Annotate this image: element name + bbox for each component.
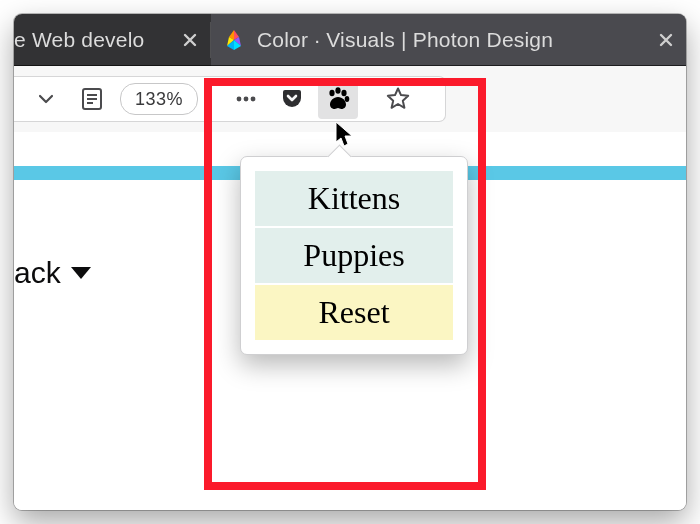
toolbar: 133% [14, 66, 686, 133]
tab-photon-color[interactable]: Color · Visuals | Photon Design [211, 14, 686, 66]
close-icon[interactable] [182, 32, 198, 48]
svg-point-12 [251, 97, 256, 102]
popup-button-reset[interactable]: Reset [254, 284, 454, 341]
tab-strip: e Web develo Color · Visuals | Photon De… [14, 14, 686, 66]
tab-label: Color · Visuals | Photon Design [257, 28, 553, 52]
photon-favicon [223, 29, 245, 51]
svg-point-14 [335, 87, 340, 93]
svg-point-10 [237, 97, 242, 102]
pocket-icon[interactable] [272, 79, 312, 119]
popup-item-label: Kittens [308, 180, 400, 217]
popup-item-label: Reset [318, 294, 389, 331]
svg-point-11 [244, 97, 249, 102]
url-bar[interactable]: 133% [14, 76, 446, 122]
close-icon[interactable] [658, 32, 674, 48]
svg-point-16 [345, 96, 350, 102]
popup-button-kittens[interactable]: Kittens [254, 170, 454, 227]
bookmark-star-icon[interactable] [378, 79, 418, 119]
reader-view-icon[interactable] [72, 79, 112, 119]
history-dropdown-button[interactable] [26, 79, 66, 119]
tab-web-develop[interactable]: e Web develo [14, 14, 210, 66]
browser-window: e Web develo Color · Visuals | Photon De… [14, 14, 686, 510]
page-dropdown-label: ack [14, 256, 61, 290]
popup-button-puppies[interactable]: Puppies [254, 227, 454, 284]
extension-popup: Kittens Puppies Reset [240, 156, 468, 355]
extension-paw-icon[interactable] [318, 79, 358, 119]
svg-point-13 [329, 90, 334, 96]
page-dropdown[interactable]: ack [14, 256, 91, 290]
zoom-indicator[interactable]: 133% [120, 83, 198, 115]
zoom-label: 133% [135, 89, 183, 110]
svg-point-15 [341, 90, 346, 96]
page-actions-icon[interactable] [226, 79, 266, 119]
tab-label: e Web develo [14, 28, 144, 52]
popup-item-label: Puppies [303, 237, 404, 274]
caret-down-icon [71, 267, 91, 279]
